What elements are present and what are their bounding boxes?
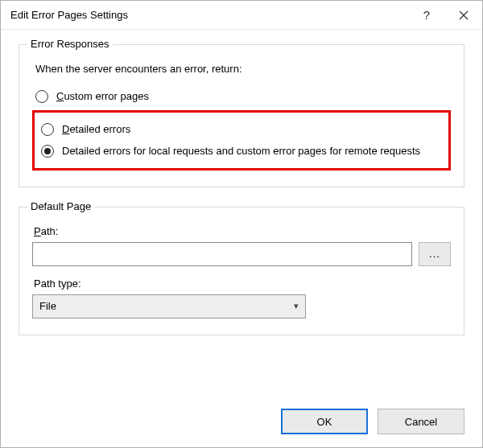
cancel-button-label: Cancel: [405, 416, 437, 428]
path-type-value: File: [39, 300, 56, 312]
ok-button[interactable]: OK: [281, 409, 368, 434]
titlebar: Edit Error Pages Settings ?: [1, 1, 482, 30]
chevron-down-icon: ▾: [294, 301, 299, 311]
error-responses-group: Error Responses When the server encounte…: [19, 44, 464, 187]
error-responses-instruction: When the server encounters an error, ret…: [35, 63, 451, 75]
help-button[interactable]: ?: [408, 1, 445, 30]
radio-detailed-errors[interactable]: Detailed errors: [38, 121, 445, 138]
close-button[interactable]: [445, 1, 482, 30]
browse-button[interactable]: ...: [419, 242, 451, 266]
dialog-window: Edit Error Pages Settings ? Error Respon…: [0, 0, 483, 448]
path-type-select[interactable]: File ▾: [32, 294, 306, 319]
radio-custom-error-pages[interactable]: Custom error pages: [32, 88, 451, 105]
path-type-label: Path type:: [34, 277, 451, 290]
radio-icon: [41, 145, 54, 158]
path-row: ...: [32, 242, 451, 266]
radio-icon: [41, 123, 54, 136]
radio-icon: [35, 90, 48, 103]
help-icon: ?: [423, 8, 430, 22]
path-type-select-wrap: File ▾: [32, 294, 306, 319]
path-input[interactable]: [32, 242, 412, 266]
ok-button-label: OK: [317, 416, 332, 428]
default-page-legend: Default Page: [27, 200, 94, 212]
dialog-button-row: OK Cancel: [1, 404, 482, 447]
error-responses-legend: Error Responses: [27, 38, 113, 50]
dialog-body: Error Responses When the server encounte…: [1, 30, 482, 404]
cancel-button[interactable]: Cancel: [378, 409, 464, 434]
close-icon: [459, 10, 469, 20]
radio-detailed-local-custom-remote[interactable]: Detailed errors for local requests and c…: [38, 142, 445, 160]
window-title: Edit Error Pages Settings: [10, 9, 408, 21]
radio-label: Detailed errors for local requests and c…: [62, 144, 420, 158]
radio-label: Custom error pages: [56, 89, 149, 104]
path-label: Path:: [34, 225, 451, 237]
highlighted-options: Detailed errors Detailed errors for loca…: [32, 110, 451, 171]
radio-label: Detailed errors: [62, 122, 130, 137]
default-page-group: Default Page Path: ... Path type: File ▾: [19, 207, 464, 335]
ellipsis-icon: ...: [429, 248, 440, 260]
